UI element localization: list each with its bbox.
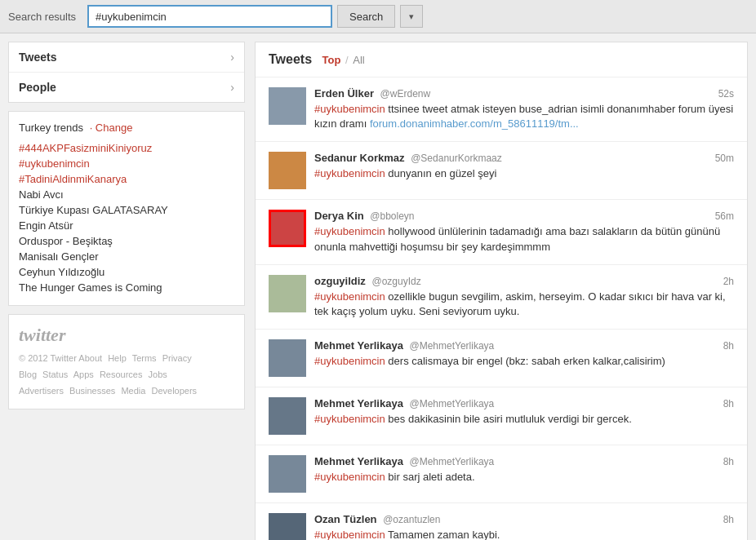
sidebar-tweets-label: Tweets [19, 51, 56, 64]
avatar [269, 152, 306, 189]
sidebar: Tweets › People › Turkey trends · Change… [8, 42, 245, 540]
sidebar-people-label: People [19, 81, 56, 94]
tweet-item: Derya Kin @bboleyn 56m #uykubenimcin hol… [256, 200, 747, 264]
footer-resources-link[interactable]: Resources [100, 370, 143, 379]
sidebar-item-tweets[interactable]: Tweets › [9, 42, 244, 73]
footer-media-link[interactable]: Media [121, 386, 145, 396]
footer-blog-link[interactable]: Blog [19, 370, 37, 379]
content-area: Tweets Top / All Erden Ü [255, 42, 748, 540]
tab-top[interactable]: Top [322, 54, 341, 66]
content-title: Tweets Top / All [269, 52, 365, 66]
footer-links: © 2012 Twitter About Help Terms Privacy … [19, 351, 234, 399]
sidebar-nav-section: Tweets › People › [8, 42, 245, 103]
sidebar-people-arrow: › [230, 81, 234, 94]
tab-all[interactable]: All [353, 54, 364, 66]
tweet-text: #uykubenimcin ozellikle bugun sevgilim, … [314, 290, 734, 319]
avatar [269, 210, 306, 247]
tweet-text: #uykubenimcin ders calismaya bir engel (… [314, 354, 734, 369]
avatar [269, 455, 306, 493]
tweet-time: 8h [723, 514, 734, 525]
footer-privacy-link[interactable]: Privacy [162, 353, 192, 363]
tweet-body: Mehmet Yerlikaya @MehmetYerlikaya 8h #uy… [314, 455, 734, 493]
content-header: Tweets Top / All [256, 42, 747, 77]
trends-header: Turkey trends · Change [19, 122, 234, 134]
tweet-author: Ozan Tüzlen @ozantuzlen [314, 513, 440, 525]
trend-item[interactable]: The Hunger Games is Coming [19, 280, 234, 295]
tweet-item: Mehmet Yerlikaya @MehmetYerlikaya 8h #uy… [256, 330, 747, 387]
avatar [269, 87, 306, 125]
tab-links: Top / All [322, 54, 365, 66]
trend-item[interactable]: Engin Atsür [19, 218, 234, 233]
tweet-item: Mehmet Yerlikaya @MehmetYerlikaya 8h #uy… [256, 445, 747, 503]
trends-box: Turkey trends · Change #444AKPFasizminiK… [8, 111, 245, 306]
footer-status-link[interactable]: Status [42, 370, 68, 379]
tweet-body: Ozan Tüzlen @ozantuzlen 8h #uykubenimcin… [314, 513, 734, 540]
tweet-body: Derya Kin @bboleyn 56m #uykubenimcin hol… [314, 210, 734, 254]
search-options-button[interactable]: ▾ [400, 5, 423, 28]
tweet-text: #uykubenimcin hollywood ünlülerinin tada… [314, 224, 734, 254]
tweet-body: Mehmet Yerlikaya @MehmetYerlikaya 8h #uy… [314, 397, 734, 435]
tweet-item: ozguyildiz @ozguyIdz 2h #uykubenimcin oz… [256, 265, 747, 330]
tweet-author: Sedanur Korkmaz @SedanurKorkmaaz [314, 152, 502, 164]
footer-businesses-link[interactable]: Businesses [69, 386, 115, 396]
footer-jobs-link[interactable]: Jobs [149, 370, 167, 379]
footer-apps-link[interactable]: Apps [73, 370, 94, 379]
trend-item[interactable]: Türkiye Kupası GALATASARAY [19, 202, 234, 218]
search-button[interactable]: Search [337, 5, 395, 28]
tweet-item: Mehmet Yerlikaya @MehmetYerlikaya 8h #uy… [256, 387, 747, 445]
trend-item[interactable]: Ceyhun Yıldızoğlu [19, 264, 234, 280]
trends-change-link[interactable]: · Change [90, 122, 133, 134]
tweet-author: ozguyildiz @ozguyIdz [314, 275, 421, 287]
tweet-header: Mehmet Yerlikaya @MehmetYerlikaya 8h [314, 397, 734, 409]
tweet-author: Mehmet Yerlikaya @MehmetYerlikaya [314, 397, 494, 409]
tweet-link[interactable]: forum.donanimhaber.com/m_58611119/tm... [370, 117, 579, 130]
tweet-time: 8h [723, 456, 734, 467]
tweet-time: 2h [723, 276, 734, 287]
tweet-text: #uykubenimcin ttsinee tweet atmak isteye… [314, 102, 734, 131]
search-input[interactable] [87, 5, 332, 28]
tweet-body: Erden Ülker @wErdenw 52s #uykubenimcin t… [314, 87, 734, 131]
footer-about-link[interactable]: About [78, 353, 102, 363]
tweet-header: Erden Ülker @wErdenw 52s [314, 87, 734, 100]
page-wrapper: Search results Search ▾ Tweets › People … [0, 0, 756, 540]
main-layout: Tweets › People › Turkey trends · Change… [0, 33, 756, 540]
tweet-text: #uykubenimcin bir sarj aleti adeta. [314, 470, 734, 485]
tweet-body: Sedanur Korkmaz @SedanurKorkmaaz 50m #uy… [314, 152, 734, 189]
search-bar: Search results Search ▾ [0, 0, 756, 33]
tweet-author: Mehmet Yerlikaya @MehmetYerlikaya [314, 339, 494, 352]
tweet-time: 8h [723, 340, 734, 352]
footer-advertisers-link[interactable]: Advertisers [19, 386, 64, 396]
twitter-footer: twitter © 2012 Twitter About Help Terms … [8, 314, 245, 409]
trend-item[interactable]: #uykubenimcin [19, 156, 234, 171]
avatar [269, 339, 306, 377]
tweet-author: Erden Ülker @wErdenw [314, 87, 430, 100]
footer-terms-link[interactable]: Terms [132, 353, 157, 363]
tweet-item: Erden Ülker @wErdenw 52s #uykubenimcin t… [256, 77, 747, 142]
tweet-header: Sedanur Korkmaz @SedanurKorkmaaz 50m [314, 152, 734, 164]
tweet-author: Mehmet Yerlikaya @MehmetYerlikaya [314, 455, 494, 467]
tweet-item: Ozan Tüzlen @ozantuzlen 8h #uykubenimcin… [256, 503, 747, 540]
tweet-header: Mehmet Yerlikaya @MehmetYerlikaya 8h [314, 339, 734, 352]
footer-developers-link[interactable]: Developers [151, 386, 197, 396]
avatar [269, 397, 306, 435]
footer-help-link[interactable]: Help [108, 353, 127, 363]
trend-item[interactable]: Nabi Avcı [19, 187, 234, 202]
tweet-time: 8h [723, 398, 734, 409]
trend-item[interactable]: #444AKPFasizminiKiniyoruz [19, 140, 234, 156]
tweet-body: ozguyildiz @ozguyIdz 2h #uykubenimcin oz… [314, 275, 734, 319]
tweet-header: ozguyildiz @ozguyIdz 2h [314, 275, 734, 287]
tweet-text: #uykubenimcin bes dakikasinin bile asiri… [314, 412, 734, 427]
tweet-text: #uykubenimcin dunyanın en güzel şeyi [314, 166, 734, 181]
tweet-time: 52s [718, 88, 734, 100]
tweet-time: 56m [715, 210, 734, 222]
footer-copyright: © 2012 Twitter [19, 353, 77, 363]
trends-list: #444AKPFasizminiKiniyoruz #uykubenimcin … [19, 140, 234, 295]
trend-item[interactable]: Manisalı Gençler [19, 249, 234, 264]
tweet-header: Derya Kin @bboleyn 56m [314, 210, 734, 222]
trend-item[interactable]: Orduspor - Beşiktaş [19, 233, 234, 249]
sidebar-tweets-arrow: › [230, 51, 234, 64]
avatar [269, 513, 306, 540]
trend-item[interactable]: #TadiniAldinmiKanarya [19, 171, 234, 187]
tweet-body: Mehmet Yerlikaya @MehmetYerlikaya 8h #uy… [314, 339, 734, 377]
sidebar-item-people[interactable]: People › [9, 73, 244, 102]
